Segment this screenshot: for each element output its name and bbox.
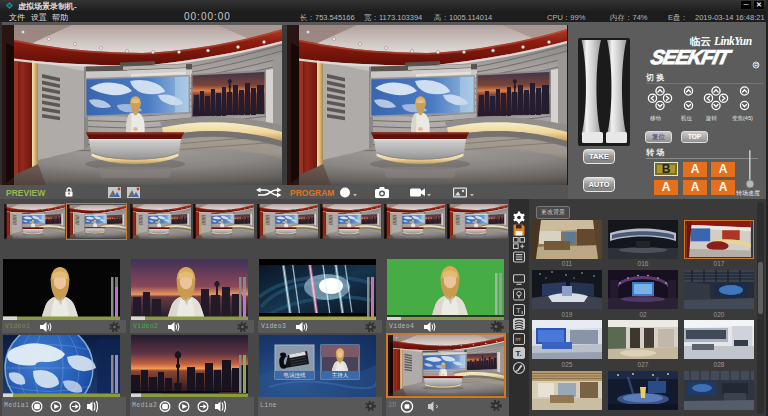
svg-text:SEEKFIT: SEEKFIT [649, 46, 734, 68]
svg-text:T: T [516, 306, 521, 315]
svg-text:T.: T. [516, 349, 522, 358]
svg-text:主持人: 主持人 [332, 372, 349, 379]
svg-text:R: R [754, 62, 759, 68]
svg-text:电话连线: 电话连线 [284, 372, 307, 379]
svg-text:rrr: rrr [516, 336, 521, 342]
